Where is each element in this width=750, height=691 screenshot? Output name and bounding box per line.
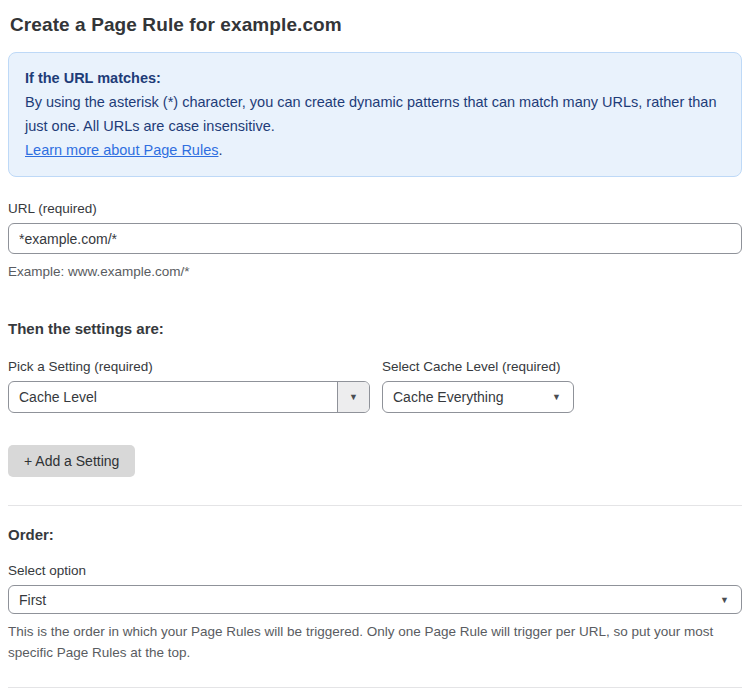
cache-level-label: Select Cache Level (required) bbox=[382, 359, 574, 374]
order-section: Order: Select option First ▼ This is the… bbox=[8, 526, 742, 663]
order-help-text: This is the order in which your Page Rul… bbox=[8, 621, 742, 663]
order-select[interactable]: First ▼ bbox=[8, 585, 742, 614]
info-box-heading: If the URL matches: bbox=[25, 66, 725, 90]
divider bbox=[8, 505, 742, 506]
pick-setting-select[interactable]: Cache Level ▼ bbox=[8, 381, 370, 413]
pick-setting-value: Cache Level bbox=[9, 389, 337, 405]
link-suffix: . bbox=[218, 142, 222, 158]
pick-setting-label: Pick a Setting (required) bbox=[8, 359, 370, 374]
cache-level-value: Cache Everything bbox=[383, 389, 540, 405]
url-section: URL (required) Example: www.example.com/… bbox=[8, 201, 742, 282]
order-heading: Order: bbox=[8, 526, 742, 543]
learn-more-link[interactable]: Learn more about Page Rules bbox=[25, 142, 218, 158]
divider bbox=[8, 687, 742, 688]
cache-level-column: Select Cache Level (required) Cache Ever… bbox=[382, 359, 574, 413]
info-box-link-line: Learn more about Page Rules. bbox=[25, 138, 725, 162]
chevron-down-icon: ▼ bbox=[708, 595, 741, 605]
chevron-down-icon[interactable]: ▼ bbox=[337, 382, 369, 412]
page-title: Create a Page Rule for example.com bbox=[10, 14, 740, 36]
order-select-value: First bbox=[9, 592, 708, 608]
order-select-label: Select option bbox=[8, 563, 742, 578]
settings-heading: Then the settings are: bbox=[8, 320, 742, 337]
settings-row: Pick a Setting (required) Cache Level ▼ … bbox=[8, 359, 742, 413]
url-example-help: Example: www.example.com/* bbox=[8, 261, 742, 282]
add-setting-wrap: + Add a Setting bbox=[8, 445, 742, 477]
url-field-label: URL (required) bbox=[8, 201, 742, 216]
cache-level-select[interactable]: Cache Everything ▼ bbox=[382, 381, 574, 413]
info-box-body: By using the asterisk (*) character, you… bbox=[25, 90, 725, 138]
settings-section: Then the settings are: Pick a Setting (r… bbox=[8, 320, 742, 477]
add-setting-button[interactable]: + Add a Setting bbox=[8, 445, 135, 477]
url-matches-info-box: If the URL matches: By using the asteris… bbox=[8, 52, 742, 177]
pick-setting-column: Pick a Setting (required) Cache Level ▼ bbox=[8, 359, 370, 413]
order-select-wrap: Select option First ▼ This is the order … bbox=[8, 563, 742, 663]
chevron-down-icon: ▼ bbox=[540, 392, 573, 402]
url-input[interactable] bbox=[8, 223, 742, 254]
